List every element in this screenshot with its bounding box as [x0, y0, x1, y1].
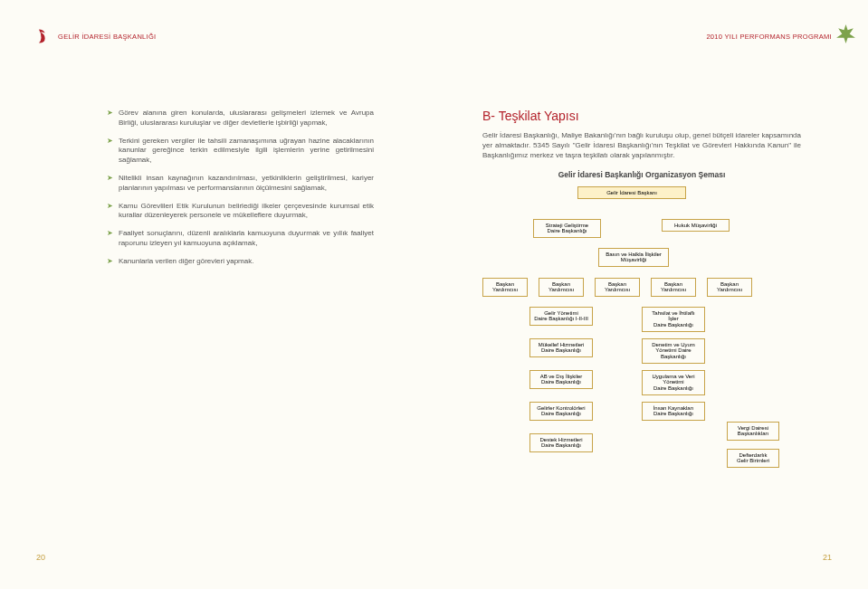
left-column: ➤Görev alanına giren konularda, uluslara…: [107, 109, 374, 476]
org-dept: Destek Hizmetleri Daire Başkanlığı: [529, 433, 593, 453]
bullet-text: Kanunlarla verilen diğer görevleri yapma…: [119, 257, 253, 267]
bullet-text: Görev alanına giren konularda, uluslarar…: [119, 109, 374, 128]
page-header: GELİR İDARESİ BAŞKANLIĞI 2010 YILI PERFO…: [34, 27, 832, 45]
org-staff-right: Hukuk Müşavirliği: [662, 219, 730, 233]
leaf-decor-icon: [835, 23, 857, 45]
bullet-item: ➤Faaliyet sonuçlarını, düzenli aralıklar…: [107, 229, 374, 249]
bullet-text: Faaliyet sonuçlarını, düzenli aralıklarl…: [119, 229, 374, 249]
bullet-arrow-icon: ➤: [107, 109, 113, 128]
org-side: Defterdarlık Gelir Birimleri: [727, 449, 779, 469]
bullet-item: ➤Terkini gereken vergiler ile tahsili za…: [107, 137, 374, 166]
section-body: Gelir İdaresi Başkanlığı, Maliye Bakanlı…: [482, 130, 801, 161]
brand: GELİR İDARESİ BAŞKANLIĞI: [34, 27, 156, 45]
org-yardimci: Başkan Yardımcısı: [707, 278, 752, 298]
org-dept: İnsan Kaynakları Daire Başkanlığı: [642, 402, 705, 422]
bullet-item: ➤Kamu Görevlileri Etik Kurulunun belirle…: [107, 202, 374, 222]
org-root: Gelir İdaresi Başkanı: [577, 186, 686, 200]
bullet-item: ➤Nitelikli insan kaynağının kazandırılma…: [107, 174, 374, 194]
page-number-right: 21: [823, 553, 832, 562]
bullet-arrow-icon: ➤: [107, 229, 113, 249]
right-column: B- Teşkilat Yapısı Gelir İdaresi Başkanl…: [482, 109, 801, 476]
content: ➤Görev alanına giren konularda, uluslara…: [107, 109, 801, 476]
org-chart-title: Gelir İdaresi Başkanlığı Organizasyon Şe…: [482, 170, 801, 179]
org-dept: Denetim ve Uyum Yönetimi Daire Başkanlığ…: [642, 338, 705, 365]
bullet-item: ➤Görev alanına giren konularda, uluslara…: [107, 109, 374, 128]
org-yardimci: Başkan Yardımcısı: [482, 278, 528, 298]
org-side: Vergi Dairesi Başkanlıkları: [727, 422, 779, 442]
bullet-arrow-icon: ➤: [107, 174, 113, 194]
org-dept: Tahsilat ve İhtilaflı İşler Daire Başkan…: [642, 307, 705, 333]
brand-logo-icon: [34, 27, 52, 45]
org-staff-center: Basın ve Halkla İlişkiler Müşavirliği: [598, 248, 669, 268]
bullet-text: Kamu Görevlileri Etik Kurulunun belirled…: [119, 202, 374, 222]
org-yardimci: Başkan Yardımcısı: [595, 278, 640, 298]
brand-text: GELİR İDARESİ BAŞKANLIĞI: [58, 33, 156, 41]
bullet-arrow-icon: ➤: [107, 137, 113, 166]
org-dept: AB ve Dış İlişkiler Daire Başkanlığı: [529, 370, 593, 390]
program-label: 2010 YILI PERFORMANS PROGRAMI: [706, 33, 832, 41]
org-chart: Gelir İdaresi Başkanı Strateji Geliştirm…: [482, 186, 801, 476]
bullet-text: Terkini gereken vergiler ile tahsili zam…: [119, 137, 374, 166]
org-dept: Uygulama ve Veri Yönetimi Daire Başkanlı…: [642, 370, 705, 396]
page-number-left: 20: [36, 553, 45, 562]
org-yardimci: Başkan Yardımcısı: [539, 278, 584, 298]
org-dept: Gelirler Kontrolörleri Daire Başkanlığı: [529, 402, 593, 422]
org-dept: Mükellef Hizmetleri Daire Başkanlığı: [529, 338, 593, 358]
org-yardimci: Başkan Yardımcısı: [651, 278, 696, 298]
bullet-item: ➤Kanunlarla verilen diğer görevleri yapm…: [107, 257, 374, 267]
org-staff-left: Strateji Geliştirme Daire Başkanlığı: [533, 219, 601, 239]
bullet-arrow-icon: ➤: [107, 257, 113, 267]
section-heading: B- Teşkilat Yapısı: [482, 109, 801, 123]
org-dept: Gelir Yönetimi Daire Başkanlığı I-II-III: [529, 307, 593, 327]
bullet-arrow-icon: ➤: [107, 202, 113, 222]
bullet-text: Nitelikli insan kaynağının kazandırılmas…: [119, 174, 374, 194]
